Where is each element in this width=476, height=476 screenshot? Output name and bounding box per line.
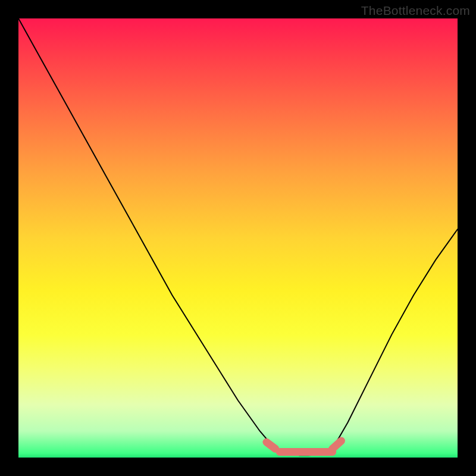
highlight-band	[267, 441, 341, 452]
plot-area	[18, 18, 458, 458]
highlight-segment	[333, 441, 342, 449]
chart-frame: TheBottleneck.com	[0, 0, 476, 476]
chart-overlay	[18, 18, 458, 458]
watermark-text: TheBottleneck.com	[361, 4, 470, 18]
bottleneck-curve	[18, 18, 458, 455]
highlight-segment	[267, 442, 275, 449]
